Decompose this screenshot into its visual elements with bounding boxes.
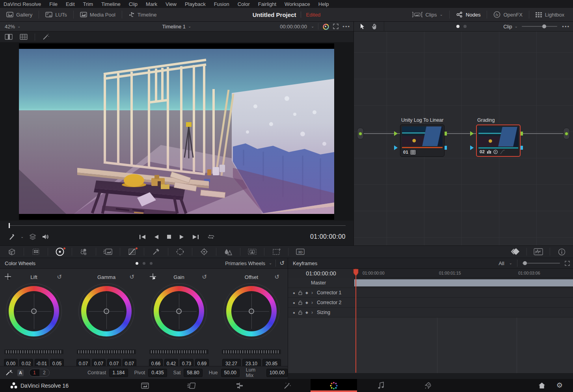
contrast-value[interactable]: 1.184 — [109, 369, 128, 377]
keyframe-filter-select[interactable]: All — [499, 260, 504, 266]
key-tab[interactable] — [240, 246, 264, 258]
luts-button[interactable]: LUTs — [39, 8, 73, 21]
page-dot-active[interactable] — [136, 262, 138, 265]
lock-icon[interactable] — [298, 300, 302, 305]
deliver-page-tab[interactable] — [405, 379, 451, 392]
track-row-corrector-1[interactable]: ● ◆ › Corrector 1 — [288, 288, 573, 298]
node-page-dot[interactable] — [463, 25, 467, 28]
scrubber-playhead[interactable] — [9, 223, 10, 228]
wipe-mode-icon[interactable] — [5, 34, 13, 40]
keyframe-playhead-pin[interactable] — [352, 269, 359, 277]
enhanced-viewer-icon[interactable] — [322, 23, 329, 30]
menu-fairlight[interactable]: Fairlight — [258, 1, 276, 7]
node-page-dot-active[interactable] — [456, 25, 460, 28]
rgb-input-port[interactable] — [394, 131, 398, 136]
keyframe-diamond-icon[interactable]: ◆ — [305, 301, 308, 305]
motion-effects-tab[interactable] — [96, 246, 120, 258]
menu-fusion[interactable]: Fusion — [214, 1, 229, 7]
menu-clip[interactable]: Clip — [129, 1, 138, 7]
corrector-node-01[interactable]: 01 — [400, 124, 445, 157]
wheel-page-1-button[interactable]: 1 — [30, 369, 39, 376]
gamma-master-slider[interactable] — [77, 349, 136, 354]
color-page-tab-active[interactable] — [311, 379, 357, 392]
output-node[interactable] — [563, 128, 570, 139]
track-row-sizing[interactable]: ● ◆ › Sizing — [288, 308, 573, 318]
rgb-input-port[interactable] — [470, 131, 474, 136]
viewer-scrubber[interactable] — [0, 222, 353, 228]
video-viewer[interactable] — [0, 42, 353, 221]
menu-app[interactable]: DaVinci Resolve — [4, 1, 41, 7]
page-dot[interactable] — [143, 262, 145, 265]
keyframe-diamond-icon[interactable]: ◆ — [305, 291, 308, 295]
node-view-select[interactable]: Clip ⌄ — [503, 24, 518, 30]
viewer-timecode-field[interactable]: 00:00:00:00 — [280, 24, 307, 30]
stereo-3d-tab[interactable]: 3D — [288, 246, 312, 258]
timeline-button[interactable]: Timeline — [122, 8, 163, 21]
hue-value[interactable]: 50.00 — [221, 369, 240, 377]
step-back-button[interactable] — [154, 234, 159, 240]
node-zoom-slider[interactable] — [522, 26, 557, 27]
edit-page-tab[interactable] — [216, 379, 263, 392]
master-track-bar[interactable] — [354, 279, 573, 286]
key-input-port[interactable] — [470, 145, 474, 150]
lightbox-button[interactable]: Lightbox — [529, 8, 573, 21]
clips-button[interactable]: Clips ⌄ — [406, 8, 449, 21]
keyframe-playhead-line[interactable] — [355, 269, 356, 373]
sizing-tab[interactable] — [264, 246, 288, 258]
menu-trim[interactable]: Trim — [83, 1, 93, 7]
qualifier-tab[interactable] — [144, 246, 168, 258]
gain-master-slider[interactable] — [149, 349, 208, 354]
keyframe-zoom-slider[interactable] — [522, 263, 560, 264]
wheel-indicator[interactable] — [249, 308, 254, 314]
rgb-mixer-tab[interactable] — [72, 246, 96, 258]
reset-offset-icon[interactable]: ↺ — [274, 273, 279, 281]
loop-button[interactable] — [207, 234, 215, 240]
lock-icon[interactable] — [298, 310, 302, 315]
gallery-button[interactable]: Gallery — [0, 8, 39, 21]
timeline-name-select[interactable]: Timeline 1 — [162, 24, 186, 30]
expand-track-icon[interactable]: › — [311, 290, 313, 295]
cut-page-tab[interactable] — [169, 379, 215, 392]
menu-color[interactable]: Color — [238, 1, 250, 7]
source-input-node[interactable] — [357, 128, 364, 139]
media-page-tab[interactable] — [122, 379, 168, 392]
menu-help[interactable]: Help — [318, 1, 329, 7]
expand-track-icon[interactable]: › — [311, 300, 313, 305]
node-zoom-slider-thumb[interactable] — [542, 24, 546, 28]
openfx-button[interactable]: fx OpenFX — [487, 8, 528, 21]
node-options-menu-icon[interactable]: ••• — [562, 24, 570, 30]
lum-mix-value[interactable]: 100.00 — [266, 369, 288, 377]
stop-button[interactable] — [167, 234, 171, 239]
key-input-port[interactable] — [394, 145, 398, 150]
track-row-corrector-2[interactable]: ● ◆ › Corrector 2 — [288, 298, 573, 308]
picker-crosshair-icon[interactable] — [149, 273, 156, 280]
magic-wand-icon[interactable] — [42, 34, 49, 40]
reset-lift-icon[interactable]: ↺ — [57, 273, 62, 281]
curves-tab[interactable] — [120, 246, 144, 258]
play-button[interactable] — [179, 234, 184, 240]
go-to-start-button[interactable] — [139, 234, 146, 240]
color-wheels-tab-active[interactable] — [48, 246, 72, 258]
fairlight-page-tab[interactable] — [358, 379, 404, 392]
picker-crosshair-icon[interactable] — [4, 273, 11, 280]
reset-all-icon[interactable]: ↺ — [279, 260, 285, 267]
lift-master-slider[interactable] — [4, 349, 63, 354]
settings-gear-icon[interactable]: ⚙ — [556, 381, 563, 390]
node-graph[interactable]: Unity Log To Linear 01 Grading 02 — [354, 32, 573, 245]
tracker-tab[interactable] — [192, 246, 216, 258]
lift-color-wheel[interactable] — [9, 286, 59, 336]
auto-color-wand-icon[interactable] — [6, 370, 13, 376]
expand-panel-icon[interactable] — [565, 261, 570, 266]
offset-master-slider[interactable] — [222, 349, 281, 354]
wheel-page-2-button[interactable]: 2 — [39, 369, 49, 376]
pivot-value[interactable]: 0.435 — [148, 369, 167, 377]
track-enable-dot-icon[interactable]: ● — [293, 291, 295, 295]
grid-view-icon[interactable] — [20, 34, 28, 40]
wheel-indicator[interactable] — [176, 308, 182, 314]
gain-color-wheel[interactable] — [154, 286, 204, 336]
info-panel-toggle[interactable] — [550, 246, 573, 258]
auto-balance-button[interactable]: A — [17, 370, 24, 376]
track-enable-dot-icon[interactable]: ● — [293, 310, 295, 315]
gamma-color-wheel[interactable] — [81, 286, 132, 336]
keyframe-diamond-icon[interactable]: ◆ — [305, 310, 308, 314]
